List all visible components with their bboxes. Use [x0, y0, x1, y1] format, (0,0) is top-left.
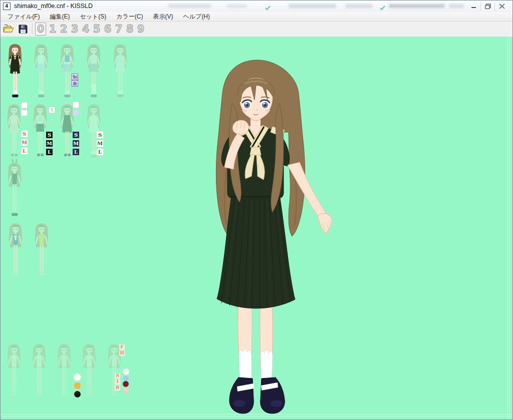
size-toggle-2-M[interactable]: M: [73, 140, 79, 147]
size-toggle-1-S[interactable]: S: [46, 132, 53, 138]
color-dot-5[interactable]: [123, 381, 129, 387]
size-toggle-0-M[interactable]: M: [21, 139, 28, 146]
menu-item-4[interactable]: 表示(V): [148, 12, 178, 22]
doll-body-3[interactable]: [53, 343, 76, 402]
menu-item-2[interactable]: セット(S): [75, 12, 111, 22]
part-toggle-H[interactable]: H: [119, 350, 125, 356]
save-file-icon[interactable]: [17, 23, 30, 35]
minimize-button[interactable]: [467, 2, 480, 11]
color-dot-3[interactable]: [123, 369, 129, 374]
page-button-5[interactable]: 5: [91, 23, 102, 35]
background-window-fragment: [168, 4, 211, 8]
swatch-box-2[interactable]: S: [49, 107, 55, 113]
size-toggle-0-L[interactable]: L: [21, 148, 28, 154]
page-button-3[interactable]: 3: [69, 23, 80, 35]
doll-mint-top-gray-skirt[interactable]: [82, 43, 105, 102]
green-check-fragment: [380, 4, 386, 13]
background-window-fragment: [345, 4, 373, 8]
swatch-box-4[interactable]: [73, 109, 79, 116]
part-toggle-S[interactable]: S: [115, 373, 120, 378]
doll-blue-sailor[interactable]: [30, 43, 53, 102]
doll-body-4[interactable]: [78, 343, 101, 402]
size-toggle-3-S[interactable]: S: [97, 132, 103, 138]
menu-item-0[interactable]: ファイル(F): [3, 12, 45, 22]
toolbar: 0123456789: [1, 22, 512, 37]
size-toggle-1-L[interactable]: L: [46, 149, 53, 155]
part-toggle-F[interactable]: F: [119, 344, 125, 350]
close-button[interactable]: [494, 2, 508, 11]
size-toggle-1-M[interactable]: M: [46, 140, 53, 147]
title-bar[interactable]: 4 shimako_mf0e.cnf - KISSLD: [1, 1, 512, 13]
doll-pale-aqua-dress[interactable]: [109, 43, 132, 102]
size-toggle-3-M[interactable]: M: [97, 140, 103, 147]
doll-canvas: SMLSMLSMLSML制服FHSIBS: [1, 37, 512, 419]
background-window-fragment: [227, 4, 247, 8]
size-toggle-0-S[interactable]: S: [21, 131, 28, 137]
size-toggle-3-L[interactable]: L: [97, 149, 103, 155]
main-doll-character[interactable]: [180, 57, 341, 418]
swatch-box-1[interactable]: [21, 110, 28, 116]
kanji-toggle-1[interactable]: 服: [72, 80, 78, 87]
part-toggle-B[interactable]: B: [115, 385, 120, 390]
menu-bar: ファイル(F)編集(E)セット(S)カラー(C)表示(V)ヘルプ(H): [1, 12, 512, 22]
color-dot-4[interactable]: [123, 375, 129, 381]
color-dot-0[interactable]: [74, 374, 81, 380]
size-toggle-2-L[interactable]: L: [73, 149, 79, 155]
menu-item-1[interactable]: 編集(E): [45, 12, 75, 22]
swatch-box-3[interactable]: [73, 102, 79, 108]
doll-yellow-swimsuit[interactable]: [30, 222, 53, 281]
kanji-toggle-0[interactable]: 制: [72, 74, 78, 80]
page-button-7[interactable]: 7: [113, 23, 124, 35]
menu-item-5[interactable]: ヘルプ(H): [178, 12, 215, 22]
page-button-9[interactable]: 9: [135, 23, 146, 35]
page-button-2[interactable]: 2: [58, 23, 69, 35]
color-dot-2[interactable]: [74, 391, 81, 397]
color-dot-1[interactable]: [74, 382, 81, 389]
doll-blue-swimsuit[interactable]: [4, 222, 27, 281]
app-icon: 4: [3, 3, 11, 10]
swatch-box-0[interactable]: [21, 102, 28, 109]
background-window-fragment: [289, 4, 336, 8]
background-window-fragment: [389, 4, 445, 8]
doll-vest-plaid-skirt[interactable]: [56, 43, 79, 102]
part-toggle-I[interactable]: I: [115, 379, 120, 384]
page-button-4[interactable]: 4: [80, 23, 91, 35]
doll-body-1[interactable]: [3, 343, 26, 402]
menu-item-3[interactable]: カラー(C): [111, 12, 148, 22]
doll-bunny-suit[interactable]: [3, 159, 26, 221]
green-check-fragment: [265, 4, 271, 13]
page-button-0[interactable]: 0: [35, 23, 46, 36]
doll-body-2[interactable]: [28, 343, 51, 402]
size-toggle-2-S[interactable]: S: [73, 132, 79, 138]
app-window: 4 shimako_mf0e.cnf - KISSLD ファイル(F)編集(E)…: [0, 0, 513, 420]
page-button-8[interactable]: 8: [124, 23, 135, 35]
window-title: shimako_mf0e.cnf - KISSLD: [14, 3, 93, 10]
color-dot-6[interactable]: [124, 388, 129, 393]
page-button-6[interactable]: 6: [102, 23, 113, 35]
open-file-icon[interactable]: [2, 23, 15, 35]
restore-button[interactable]: [480, 2, 494, 11]
page-button-1[interactable]: 1: [47, 23, 58, 35]
background-window-fragment: [449, 4, 464, 8]
toolbar-separator: [32, 24, 33, 35]
doll-dark-sailor[interactable]: [4, 43, 27, 102]
